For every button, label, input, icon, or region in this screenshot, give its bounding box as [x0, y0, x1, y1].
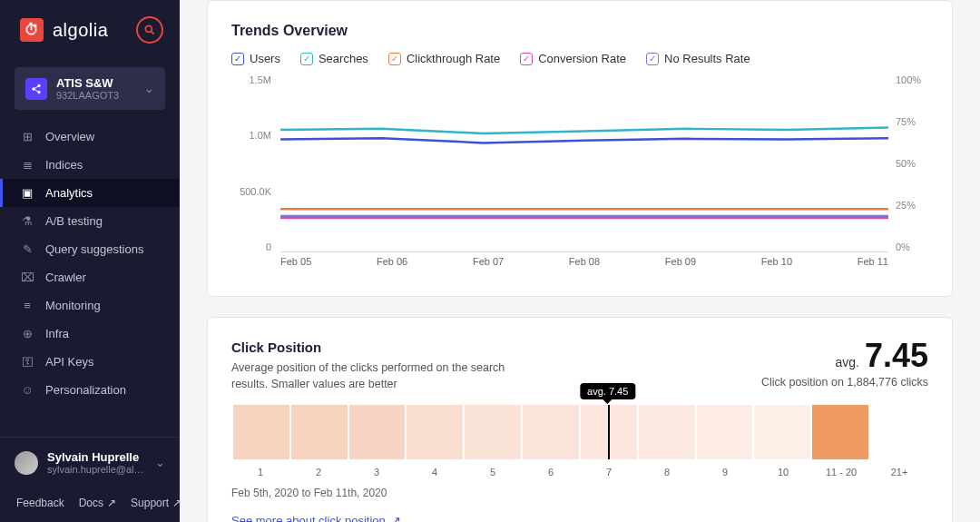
- avg-tooltip: avg. 7.45: [580, 383, 635, 399]
- click-position-cell[interactable]: [697, 405, 755, 459]
- cp-x-label: 6: [522, 467, 580, 478]
- brand-name: algolia: [53, 20, 108, 41]
- click-position-cell[interactable]: [639, 405, 697, 459]
- legend-item-no-results-rate[interactable]: ✓No Results Rate: [646, 52, 750, 65]
- feedback-link[interactable]: Feedback: [16, 497, 64, 509]
- click-position-cell[interactable]: [349, 405, 407, 459]
- legend-label: Users: [250, 52, 280, 65]
- sidebar-item-label: API Keys: [45, 355, 93, 369]
- sidebar-item-overview[interactable]: ⊞Overview: [0, 123, 180, 151]
- x-tick: Feb 05: [280, 256, 311, 274]
- click-position-cell[interactable]: [812, 405, 870, 459]
- project-selector[interactable]: ATIS S&W 932LAAGOT3 ⌄: [15, 67, 165, 110]
- click-position-desc: Average position of the clicks performed…: [231, 360, 522, 392]
- cp-x-label: 10: [754, 467, 812, 478]
- project-name: ATIS S&W: [56, 76, 135, 90]
- trends-chart: 1.5M1.0M500.0K0 100%75%50%25%0% Feb 05Fe…: [231, 74, 928, 274]
- sidebar-item-indices[interactable]: ≣Indices: [0, 151, 180, 179]
- checkbox-icon: ✓: [231, 53, 244, 65]
- cp-x-label: 11 - 20: [812, 467, 870, 478]
- sidebar-item-infra[interactable]: ⊕Infra: [0, 320, 180, 348]
- click-position-cell[interactable]: [465, 405, 523, 459]
- sidebar-item-api-keys[interactable]: ⚿API Keys: [0, 348, 180, 376]
- legend-item-searches[interactable]: ✓Searches: [300, 52, 368, 65]
- legend-item-conversion-rate[interactable]: ✓Conversion Rate: [520, 52, 626, 65]
- y-tick: 500.0K: [231, 186, 271, 197]
- x-tick: Feb 10: [761, 256, 792, 274]
- sidebar-item-crawler[interactable]: ⌧Crawler: [0, 263, 180, 291]
- click-position-title: Click Position: [231, 340, 522, 355]
- legend-label: Searches: [318, 52, 368, 65]
- checkbox-icon: ✓: [388, 53, 401, 65]
- sidebar-item-personalization[interactable]: ☺Personalization: [0, 376, 180, 404]
- cp-x-label: 4: [406, 467, 464, 478]
- sidebar-item-label: Overview: [45, 130, 94, 143]
- click-position-cell[interactable]: [754, 405, 812, 459]
- monitoring-icon: ≡: [20, 299, 34, 312]
- click-position-sub: Click position on 1,884,776 clicks: [761, 376, 928, 389]
- chevron-down-icon: ⌄: [144, 82, 154, 95]
- click-position-cell[interactable]: [523, 405, 581, 459]
- abtesting-icon: ⚗: [20, 214, 34, 228]
- share-icon: [25, 78, 47, 100]
- sidebar-item-analytics[interactable]: ▣Analytics: [0, 179, 180, 207]
- sidebar: ⏱ algolia ATIS S&W 932LAAGOT3 ⌄ ⊞Overvie…: [0, 0, 180, 522]
- checkbox-icon: ✓: [520, 53, 533, 65]
- legend-item-clickthrough-rate[interactable]: ✓Clickthrough Rate: [388, 52, 500, 65]
- x-tick: Feb 08: [569, 256, 600, 274]
- indices-icon: ≣: [20, 158, 34, 172]
- click-position-cell[interactable]: [581, 405, 639, 459]
- user-menu[interactable]: Sylvain Huprelle sylvain.huprelle@algoli…: [0, 437, 180, 488]
- sidebar-item-monitoring[interactable]: ≡Monitoring: [0, 291, 180, 320]
- support-link[interactable]: Support ↗: [131, 497, 181, 509]
- sidebar-item-query-suggestions[interactable]: ✎Query suggestions: [0, 235, 180, 263]
- search-icon: [143, 24, 156, 36]
- click-position-xaxis: 1234567891011 - 2021+: [231, 467, 928, 478]
- sidebar-item-label: Crawler: [45, 271, 86, 284]
- y-axis-left: 1.5M1.0M500.0K0: [231, 74, 271, 252]
- x-tick: Feb 07: [473, 256, 504, 274]
- docs-link[interactable]: Docs ↗: [79, 497, 116, 509]
- main-content: Trends Overview ✓Users✓Searches✓Clickthr…: [180, 0, 980, 522]
- series-searches: [280, 128, 888, 134]
- y-tick: 50%: [896, 158, 928, 169]
- external-link-icon: ↗: [107, 497, 116, 509]
- y-tick: 75%: [896, 116, 928, 127]
- svg-point-0: [145, 25, 152, 32]
- sidebar-item-label: Query suggestions: [45, 242, 143, 256]
- apikeys-icon: ⚿: [20, 355, 34, 369]
- cp-x-label: 7: [580, 467, 638, 478]
- legend-label: Clickthrough Rate: [407, 52, 500, 65]
- x-tick: Feb 09: [665, 256, 696, 274]
- global-search-button[interactable]: [136, 16, 163, 44]
- cp-x-label: 3: [348, 467, 406, 478]
- perso-icon: ☺: [20, 383, 34, 397]
- checkbox-icon: ✓: [300, 53, 313, 65]
- suggest-icon: ✎: [20, 242, 34, 256]
- external-link-icon: ↗: [391, 514, 401, 522]
- overview-icon: ⊞: [20, 130, 34, 143]
- sidebar-item-label: Indices: [45, 158, 83, 172]
- trends-title: Trends Overview: [231, 23, 928, 39]
- click-position-link[interactable]: See more about click position ↗: [231, 514, 401, 522]
- click-position-cell[interactable]: [231, 405, 291, 459]
- user-name: Sylvain Huprelle: [47, 450, 146, 464]
- sidebar-item-a-b-testing[interactable]: ⚗A/B testing: [0, 207, 180, 235]
- y-tick: 0%: [896, 241, 928, 252]
- y-axis-right: 100%75%50%25%0%: [896, 74, 928, 252]
- sidebar-item-label: Infra: [45, 327, 69, 340]
- avatar: [15, 451, 38, 475]
- sidebar-header: ⏱ algolia: [0, 0, 180, 60]
- legend-item-users[interactable]: ✓Users: [231, 52, 280, 65]
- click-position-cell[interactable]: [407, 405, 465, 459]
- series-users: [280, 138, 888, 143]
- click-position-cell[interactable]: [291, 405, 349, 459]
- infra-icon: ⊕: [20, 327, 34, 340]
- click-position-cell[interactable]: [870, 405, 928, 459]
- sidebar-item-label: Analytics: [45, 186, 93, 200]
- legend-label: No Results Rate: [664, 52, 750, 65]
- avg-value: 7.45: [865, 337, 928, 374]
- x-tick: Feb 11: [858, 256, 888, 274]
- sidebar-nav: ⊞Overview≣Indices▣Analytics⚗A/B testing✎…: [0, 123, 180, 404]
- y-tick: 1.0M: [231, 130, 271, 141]
